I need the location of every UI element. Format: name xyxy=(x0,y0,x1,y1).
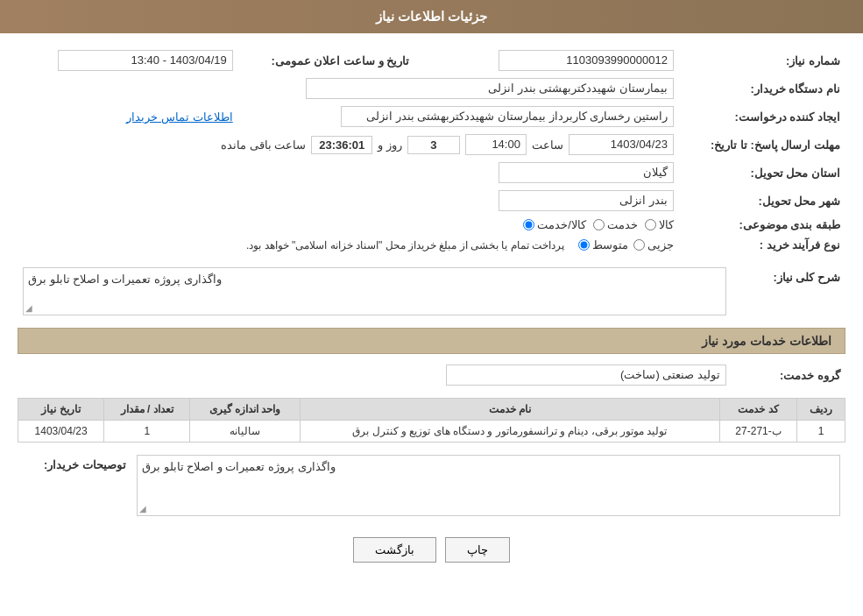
city-label: شهر محل تحویل: xyxy=(679,187,845,215)
buyer-name-field: بیمارستان شهیددکتربهشتی بندر انزلی xyxy=(306,78,674,99)
need-number-value: 1103093990000012 xyxy=(458,46,679,74)
description-text: واگذاری پروژه تعمیرات و اصلاح تابلو برق xyxy=(28,273,222,286)
process-row: جزیی متوسط پرداخت تمام یا بخشی از مبلغ خ… xyxy=(23,238,674,251)
date-field: 1403/04/19 - 13:40 xyxy=(58,50,233,71)
buyer-description-label: توصیحات خریدار: xyxy=(18,451,131,520)
deadline-timer-label: ساعت باقی مانده xyxy=(221,138,306,152)
description-label: شرح کلی نیاز: xyxy=(732,264,845,319)
row-number: 1 xyxy=(797,421,845,443)
process-medium-radio[interactable] xyxy=(578,239,590,251)
page-header: جزئیات اطلاعات نیاز xyxy=(0,0,863,33)
buyer-description-table: واگذاری پروژه تعمیرات و اصلاح تابلو برق … xyxy=(18,451,845,520)
deadline-days-label: روز و xyxy=(378,138,402,152)
date-label: تاریخ و ساعت اعلان عمومی: xyxy=(238,46,415,74)
date-value: 1403/04/19 - 13:40 xyxy=(18,46,238,74)
col-code-header: کد خدمت xyxy=(719,399,796,421)
deadline-label: مهلت ارسال پاسخ: تا تاریخ: xyxy=(679,131,845,159)
category-kala-radio[interactable] xyxy=(645,219,656,230)
row-qty: 1 xyxy=(104,421,190,443)
process-partial-radio[interactable] xyxy=(633,239,645,251)
main-content: شماره نیاز: 1103093990000012 تاریخ و ساع… xyxy=(0,33,863,593)
print-button[interactable]: چاپ xyxy=(445,537,510,563)
process-label: نوع فرآیند خرید : xyxy=(679,235,845,255)
creator-label: ایجاد کننده درخواست: xyxy=(679,103,845,131)
category-service-item: خدمت xyxy=(593,218,638,231)
city-field: بندر انزلی xyxy=(499,190,674,211)
services-section-header: اطلاعات خدمات مورد نیاز xyxy=(18,328,845,354)
category-both-radio[interactable] xyxy=(523,219,534,230)
category-service-label: خدمت xyxy=(607,218,638,231)
process-partial-item: جزیی xyxy=(633,238,674,251)
deadline-time-field: 14:00 xyxy=(465,134,527,155)
buyer-name-label: نام دستگاه خریدار: xyxy=(679,74,845,103)
services-table: ردیف کد خدمت نام خدمت واحد اندازه گیری ت… xyxy=(18,398,845,443)
col-name-header: نام خدمت xyxy=(300,399,719,421)
timer-value: 23:36:01 xyxy=(311,136,372,154)
page-title: جزئیات اطلاعات نیاز xyxy=(376,9,487,24)
category-radio-group: کالا خدمت کالا/خدمت xyxy=(523,218,674,231)
need-number-label: شماره نیاز: xyxy=(679,46,845,74)
col-row-header: ردیف xyxy=(797,399,845,421)
category-service-radio[interactable] xyxy=(593,219,605,230)
resize-icon: ◢ xyxy=(25,303,32,313)
row-unit: سالیانه xyxy=(190,421,301,443)
buyer-description-text: واگذاری پروژه تعمیرات و اصلاح تابلو برق xyxy=(142,460,336,473)
need-number-field: 1103093990000012 xyxy=(499,50,674,71)
province-field: گیلان xyxy=(499,162,674,183)
province-label: استان محل تحویل: xyxy=(679,159,845,187)
category-both-label: کالا/خدمت xyxy=(537,218,586,231)
category-kala-item: کالا xyxy=(645,218,674,231)
buyer-resize-icon: ◢ xyxy=(139,504,146,513)
category-both-item: کالا/خدمت xyxy=(523,218,586,231)
deadline-date-field: 1403/04/23 xyxy=(569,134,674,155)
process-partial-label: جزیی xyxy=(647,238,674,251)
page-wrapper: جزئیات اطلاعات نیاز شماره نیاز: 11030939… xyxy=(0,0,863,616)
col-date-header: تاریخ نیاز xyxy=(18,399,104,421)
category-kala-label: کالا xyxy=(659,218,674,231)
buyer-description-box[interactable]: واگذاری پروژه تعمیرات و اصلاح تابلو برق … xyxy=(137,455,840,516)
description-box[interactable]: واگذاری پروژه تعمیرات و اصلاح تابلو برق … xyxy=(23,267,726,315)
services-section-title: اطلاعات خدمات مورد نیاز xyxy=(702,334,831,348)
service-group-label: گروه خدمت: xyxy=(732,361,845,389)
deadline-time-label: ساعت xyxy=(532,138,563,152)
category-label: طبقه بندی موضوعی: xyxy=(679,215,845,235)
back-button[interactable]: بازگشت xyxy=(353,537,436,563)
deadline-row: 1403/04/23 ساعت 14:00 3 روز و 23:36:01 س… xyxy=(23,134,674,155)
table-row: 1 ب-271-27 تولید موتور برقی، دینام و ترا… xyxy=(18,421,845,443)
contact-link[interactable]: اطلاعات تماس خریدار xyxy=(126,110,232,124)
process-medium-label: متوسط xyxy=(592,238,628,251)
col-qty-header: تعداد / مقدار xyxy=(104,399,190,421)
creator-field: راستین رخساری کاربرداز بیمارستان شهیددکت… xyxy=(341,106,674,127)
row-code: ب-271-27 xyxy=(719,421,796,443)
service-group-table: گروه خدمت: تولید صنعتی (ساخت) xyxy=(18,361,845,389)
process-notice: پرداخت تمام یا بخشی از مبلغ خریداز محل "… xyxy=(246,239,564,251)
row-date: 1403/04/23 xyxy=(18,421,104,443)
col-unit-header: واحد اندازه گیری xyxy=(190,399,301,421)
info-table: شماره نیاز: 1103093990000012 تاریخ و ساع… xyxy=(18,46,845,255)
process-medium-item: متوسط xyxy=(578,238,628,251)
description-table: شرح کلی نیاز: واگذاری پروژه تعمیرات و اص… xyxy=(18,264,845,319)
service-group-field: تولید صنعتی (ساخت) xyxy=(446,365,726,386)
button-group: چاپ بازگشت xyxy=(18,537,845,563)
row-name: تولید موتور برقی، دینام و ترانسفورماتور … xyxy=(300,421,719,443)
timer-days: 3 xyxy=(407,136,460,154)
